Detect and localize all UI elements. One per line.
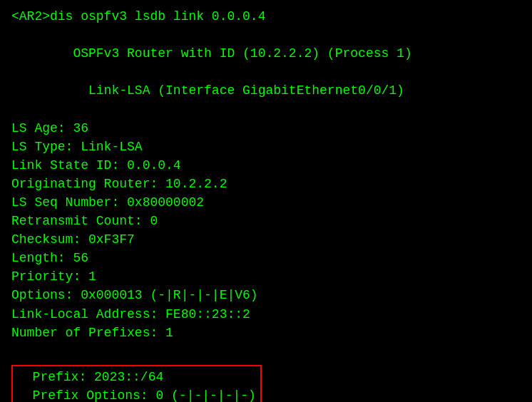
field-ls-type: LS Type: Link-LSA xyxy=(11,138,521,156)
field-retransmit: Retransmit Count: 0 xyxy=(11,212,521,230)
field-length: Length: 56 xyxy=(11,249,521,267)
blank-line-4 xyxy=(11,342,521,361)
field-link-state-id: Link State ID: 0.0.0.4 xyxy=(11,156,521,175)
ospfv3-header: OSPFv3 Router with ID (10.2.2.2) (Proces… xyxy=(11,44,521,63)
field-checksum: Checksum: 0xF3F7 xyxy=(11,230,521,249)
field-ls-age: LS Age: 36 xyxy=(11,119,521,138)
terminal-output: <AR2>dis ospfv3 lsdb link 0.0.0.4 OSPFv3… xyxy=(11,7,521,402)
prompt-line: <AR2>dis ospfv3 lsdb link 0.0.0.4 xyxy=(11,7,521,26)
field-link-local: Link-Local Address: FE80::23::2 xyxy=(11,305,521,324)
link-lsa-header: Link-LSA (Interface GigabitEthernet0/0/1… xyxy=(11,81,521,100)
blank-line-3 xyxy=(11,100,521,118)
prefix-options-line: Prefix Options: 0 (-|-|-|-|-) xyxy=(17,386,256,402)
blank-line-2 xyxy=(11,63,521,81)
prefix-line: Prefix: 2023::/64 xyxy=(17,368,256,386)
field-ls-seq: LS Seq Number: 0x80000002 xyxy=(11,193,521,212)
field-options: Options: 0x000013 (-|R|-|-|E|V6) xyxy=(11,286,521,304)
field-originating-router: Originating Router: 10.2.2.2 xyxy=(11,175,521,193)
prefix-box: Prefix: 2023::/64 Prefix Options: 0 (-|-… xyxy=(11,365,262,402)
field-num-prefixes: Number of Prefixes: 1 xyxy=(11,324,521,342)
blank-line-1 xyxy=(11,26,521,44)
field-priority: Priority: 1 xyxy=(11,267,521,286)
